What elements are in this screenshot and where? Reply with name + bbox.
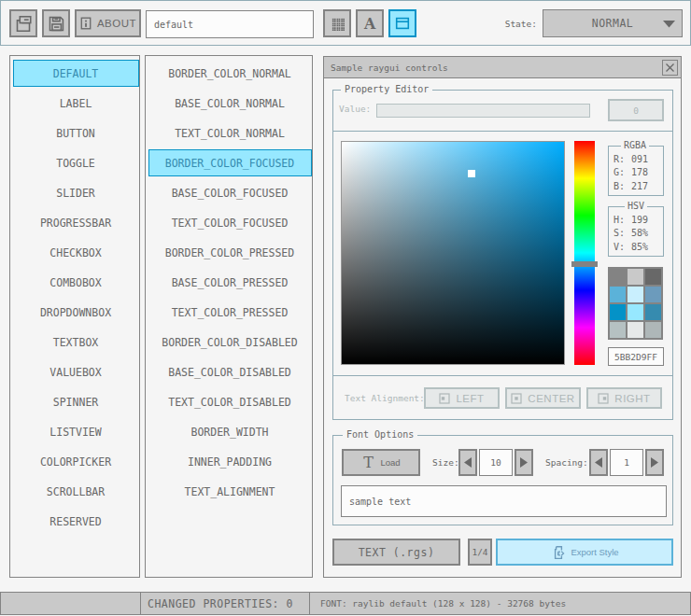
style-color-swatch[interactable] [610, 269, 626, 285]
control-item-valuebox[interactable]: VALUEBOX [13, 358, 139, 385]
arrow-right-icon [520, 457, 528, 468]
property-item-border_color_pressed[interactable]: BORDER_COLOR_PRESSED [148, 239, 312, 266]
style-color-swatch[interactable] [628, 304, 643, 320]
font-size-decrease-button[interactable] [458, 449, 477, 476]
align-left-button[interactable]: LEFT [424, 387, 500, 409]
control-item-spinner[interactable]: SPINNER [13, 388, 139, 415]
hex-value-box[interactable]: 5BB2D9FF [608, 347, 664, 366]
value-input[interactable] [376, 104, 590, 118]
align-center-label: CENTER [528, 393, 574, 404]
status-font-info: FONT: raylib default (128 x 128) - 32768… [320, 593, 566, 614]
state-dropdown[interactable]: NORMAL [543, 9, 683, 37]
font-spacing-value-box[interactable]: 1 [610, 449, 643, 476]
control-item-combobox[interactable]: COMBOBOX [13, 269, 139, 296]
folder-open-icon [15, 15, 32, 32]
export-style-button[interactable]: Export Style [496, 539, 673, 566]
align-right-button[interactable]: RIGHT [586, 387, 662, 409]
control-item-default[interactable]: DEFAULT [13, 60, 139, 87]
arrow-left-icon [595, 457, 602, 468]
control-item-progressbar[interactable]: PROGRESSBAR [13, 209, 139, 236]
control-item-listview[interactable]: LISTVIEW [13, 418, 139, 445]
property-item-text_color_focused[interactable]: TEXT_COLOR_FOCUSED [148, 209, 312, 236]
rgba-group-title: RGBA [621, 140, 649, 151]
hsv-row: V:85% [608, 240, 664, 253]
style-color-swatch[interactable] [645, 269, 661, 285]
style-color-swatch[interactable] [610, 287, 626, 302]
style-table-image-button[interactable] [323, 9, 351, 37]
hue-slider-handle[interactable] [571, 261, 598, 267]
style-color-swatch[interactable] [628, 287, 643, 302]
value-label: Value: [339, 99, 371, 118]
property-item-text_alignment[interactable]: TEXT_ALIGNMENT [148, 478, 312, 505]
about-button-label: ABOUT [97, 18, 136, 29]
font-size-value-box[interactable]: 10 [479, 449, 513, 476]
window-close-button[interactable] [662, 60, 678, 76]
style-color-swatch[interactable] [628, 269, 643, 285]
hsv-row: S:58% [608, 226, 664, 239]
property-item-border_color_normal[interactable]: BORDER_COLOR_NORMAL [148, 60, 312, 87]
style-name-input[interactable] [146, 10, 314, 38]
color-picker-gradient[interactable] [341, 141, 565, 365]
control-item-checkbox[interactable]: CHECKBOX [13, 239, 139, 266]
property-editor-separator-top [332, 131, 673, 132]
svg-text:T: T [364, 455, 374, 470]
export-pager-button[interactable]: 1/4 [468, 539, 492, 566]
property-item-border_width[interactable]: BORDER_WIDTH [148, 418, 312, 445]
hue-bar[interactable] [574, 141, 595, 365]
control-item-slider[interactable]: SLIDER [13, 179, 139, 206]
style-color-swatch[interactable] [628, 322, 643, 338]
show-controls-panel-toggle[interactable] [388, 9, 416, 37]
value-zero-button[interactable]: 0 [608, 99, 664, 121]
hsv-values: H:199S:58%V:85% [608, 213, 664, 253]
open-style-button[interactable] [9, 9, 37, 37]
property-item-base_color_pressed[interactable]: BASE_COLOR_PRESSED [148, 269, 312, 296]
font-size-increase-button[interactable] [515, 449, 533, 476]
sample-text-input[interactable] [341, 485, 667, 517]
font-spacing-decrease-button[interactable] [589, 449, 608, 476]
status-segment-divider [309, 593, 310, 614]
export-format-button[interactable]: TEXT (.rgs) [332, 539, 460, 566]
window-title: Sample raygui controls [331, 57, 448, 78]
property-item-border_color_disabled[interactable]: BORDER_COLOR_DISABLED [148, 329, 312, 356]
property-item-inner_padding[interactable]: INNER_PADDING [148, 448, 312, 475]
style-color-swatch[interactable] [645, 287, 661, 302]
font-load-label: Load [380, 457, 400, 468]
close-icon [666, 63, 674, 72]
property-item-base_color_normal[interactable]: BASE_COLOR_NORMAL [148, 90, 312, 117]
window-title-bar: Sample raygui controls [324, 57, 681, 78]
property-item-border_color_focused[interactable]: BORDER_COLOR_FOCUSED [148, 149, 312, 176]
control-item-textbox[interactable]: TEXTBOX [13, 329, 139, 356]
font-spacing-increase-button[interactable] [645, 449, 664, 476]
hsv-value: 85% [631, 241, 648, 251]
style-color-swatch[interactable] [610, 322, 626, 338]
window-icon [394, 15, 411, 32]
hsv-label: H: [613, 215, 625, 225]
control-item-toggle[interactable]: TOGGLE [13, 149, 139, 176]
style-color-swatch[interactable] [645, 304, 661, 320]
font-load-button[interactable]: T Load [342, 449, 420, 476]
property-item-text_color_disabled[interactable]: TEXT_COLOR_DISABLED [148, 388, 312, 415]
property-item-base_color_focused[interactable]: BASE_COLOR_FOCUSED [148, 179, 312, 206]
control-item-reserved[interactable]: RESERVED [13, 508, 139, 535]
text-alignment-label: Text Alignment: [345, 387, 425, 409]
align-left-label: LEFT [456, 393, 484, 404]
control-item-label[interactable]: LABEL [13, 90, 139, 117]
floppy-disk-icon [48, 15, 64, 32]
save-style-button[interactable] [42, 9, 70, 37]
style-color-swatch[interactable] [645, 322, 661, 338]
control-item-scrollbar[interactable]: SCROLLBAR [13, 478, 139, 505]
grid-icon [331, 17, 345, 31]
controls-list: DEFAULTLABELBUTTONTOGGLESLIDERPROGRESSBA… [9, 55, 140, 578]
property-item-text_color_pressed[interactable]: TEXT_COLOR_PRESSED [148, 299, 312, 326]
font-atlas-button[interactable]: A [356, 9, 384, 37]
control-item-dropdownbox[interactable]: DROPDOWNBOX [13, 299, 139, 326]
color-picker-cursor[interactable] [468, 170, 475, 177]
property-item-base_color_disabled[interactable]: BASE_COLOR_DISABLED [148, 358, 312, 385]
about-button[interactable]: ABOUT [75, 9, 141, 37]
control-item-colorpicker[interactable]: COLORPICKER [13, 448, 139, 475]
control-item-button[interactable]: BUTTON [13, 119, 139, 147]
letter-a-icon: A [361, 15, 378, 32]
property-item-text_color_normal[interactable]: TEXT_COLOR_NORMAL [148, 119, 312, 147]
style-color-swatch[interactable] [610, 304, 626, 320]
align-center-button[interactable]: CENTER [505, 387, 581, 409]
